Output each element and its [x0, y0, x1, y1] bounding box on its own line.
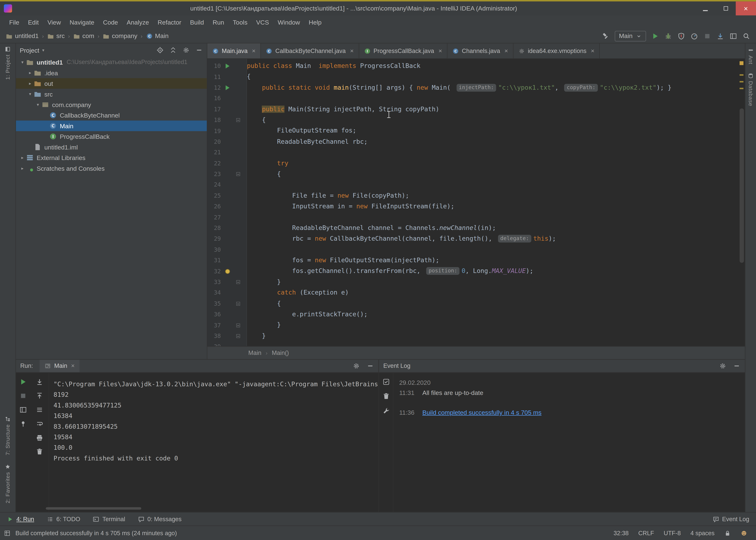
- code-line-19[interactable]: 19 FileOutputStream fos;: [207, 125, 745, 136]
- menu-build[interactable]: Build: [186, 17, 208, 27]
- editor-scrollbar[interactable]: [740, 108, 744, 263]
- layout-button[interactable]: [729, 32, 737, 40]
- fold-marker-icon[interactable]: [236, 302, 240, 306]
- warning-mark[interactable]: [740, 81, 743, 82]
- down-stack-icon[interactable]: [36, 378, 43, 386]
- editor-tab-callbackbytechannel-java[interactable]: CCallbackByteChannel.java×: [261, 43, 359, 58]
- code-line-39[interactable]: 39: [207, 341, 745, 346]
- fold-marker-icon[interactable]: [236, 118, 240, 122]
- toolwindow-button-terminal[interactable]: Terminal: [93, 516, 125, 522]
- mark-notifications-read-icon[interactable]: [382, 378, 390, 386]
- code-line-16[interactable]: 16: [207, 93, 745, 104]
- tree-expand-arrow[interactable]: ▾: [27, 91, 34, 96]
- line-separator[interactable]: CRLF: [638, 530, 654, 536]
- fold-marker-icon[interactable]: [236, 323, 240, 327]
- run-console-output[interactable]: "C:\Program Files\Java\jdk-13.0.2\bin\ja…: [51, 373, 378, 512]
- hide-event-log-icon[interactable]: [733, 362, 741, 370]
- pin-tab-button[interactable]: [19, 420, 27, 428]
- tree-item-out[interactable]: ▸out: [16, 78, 207, 88]
- warning-mark[interactable]: [740, 88, 743, 89]
- breadcrumb-item-untitled1[interactable]: untitled1: [6, 32, 39, 40]
- maximize-button[interactable]: [715, 1, 736, 16]
- toolwindow-switcher-icon[interactable]: [4, 530, 11, 536]
- menu-file[interactable]: File: [5, 17, 24, 27]
- menu-navigate[interactable]: Navigate: [65, 17, 98, 27]
- print-console-icon[interactable]: [36, 434, 43, 442]
- tree-item-scratches-and-consoles[interactable]: ▸ath d="M1.5 3.8h4.9l1.3 1.7h6.8v8.2H1.5…: [16, 163, 207, 174]
- readonly-lock-icon[interactable]: [724, 530, 731, 536]
- tab-close-icon[interactable]: ×: [591, 47, 594, 55]
- run-config-select[interactable]: Main: [615, 31, 646, 41]
- code-line-11[interactable]: 11{: [207, 71, 745, 82]
- code-line-24[interactable]: 24: [207, 180, 745, 190]
- stop-button[interactable]: [703, 32, 711, 40]
- event-log-gear-icon[interactable]: [719, 362, 727, 370]
- hector-inspector-icon[interactable]: [740, 530, 747, 536]
- breadcrumb-item-com[interactable]: com: [73, 32, 94, 40]
- coverage-button[interactable]: [677, 32, 685, 40]
- code-line-37[interactable]: 37 }: [207, 320, 745, 331]
- tree-item-untitled1[interactable]: ▾untitled1C:\Users\Кандратьева\IdeaProje…: [16, 57, 207, 68]
- menu-window[interactable]: Window: [273, 17, 304, 27]
- toolwindow-button-4-run[interactable]: 4: Run: [7, 516, 34, 522]
- tree-item-progresscallback[interactable]: IProgressCallBack: [16, 131, 207, 142]
- code-line-28[interactable]: 28 ReadableByteChannel channel = Channel…: [207, 223, 745, 233]
- vcs-update-button[interactable]: [716, 32, 724, 40]
- code-line-38[interactable]: 38 }: [207, 331, 745, 341]
- clear-notifications-icon[interactable]: [382, 393, 390, 400]
- tree-expand-arrow[interactable]: ▸: [27, 70, 34, 75]
- event-link[interactable]: Build completed successfully in 4 s 705 …: [422, 409, 542, 416]
- collapse-all-icon[interactable]: [169, 46, 177, 54]
- menu-help[interactable]: Help: [304, 17, 326, 27]
- menu-edit[interactable]: Edit: [24, 17, 43, 27]
- code-line-18[interactable]: 18 {: [207, 115, 745, 125]
- tree-item-external-libraries[interactable]: ▸External Libraries: [16, 152, 207, 163]
- breadcrumb-item-src[interactable]: src: [47, 32, 65, 40]
- project-panel-title[interactable]: Project: [20, 47, 39, 54]
- menu-run[interactable]: Run: [208, 17, 228, 27]
- fold-marker-icon[interactable]: [236, 334, 240, 338]
- tree-item--idea[interactable]: ▸.idea: [16, 68, 207, 78]
- toolwindow-button-project[interactable]: 1: Project: [5, 46, 11, 80]
- code-line-27[interactable]: 27: [207, 212, 745, 222]
- error-stripe[interactable]: [738, 59, 745, 346]
- menu-analyze[interactable]: Analyze: [122, 17, 153, 27]
- code-line-23[interactable]: 23 {: [207, 169, 745, 179]
- code-line-25[interactable]: 25 File file = new File(copyPath);: [207, 190, 745, 201]
- editor-tab-idea64-exe-vmoptions[interactable]: idea64.exe.vmoptions×: [513, 43, 600, 58]
- tab-close-icon[interactable]: ×: [252, 47, 256, 55]
- status-message[interactable]: Build completed successfully in 4 s 705 …: [16, 530, 177, 536]
- run-settings-gear-icon[interactable]: [352, 362, 360, 370]
- toolwindow-button-favorites[interactable]: 2: Favorites: [5, 464, 11, 503]
- toolwindow-button-ant[interactable]: Ant: [748, 47, 754, 65]
- up-stack-icon[interactable]: [36, 392, 43, 400]
- breadcrumb-item-company[interactable]: company: [103, 32, 137, 40]
- code-line-30[interactable]: 30: [207, 244, 745, 255]
- breadcrumb-method[interactable]: Main(): [272, 349, 289, 356]
- tree-item-untitled1-iml[interactable]: untitled1.iml: [16, 142, 207, 152]
- code-line-22[interactable]: 22 try: [207, 158, 745, 169]
- tree-item-com-company[interactable]: ▾com.company: [16, 99, 207, 110]
- hide-run-panel-icon[interactable]: [366, 362, 374, 370]
- stop-console-button[interactable]: [19, 392, 27, 400]
- console-horizontal-scrollbar[interactable]: [46, 507, 141, 509]
- menu-view[interactable]: View: [43, 17, 65, 27]
- code-line-10[interactable]: 10public class Main implements ProgressC…: [207, 61, 745, 71]
- code-line-33[interactable]: 33 }: [207, 277, 745, 287]
- menu-code[interactable]: Code: [99, 17, 122, 27]
- caret-position[interactable]: 32:38: [613, 530, 629, 536]
- event-log-settings-icon[interactable]: [382, 407, 390, 415]
- tree-item-src[interactable]: ▾src: [16, 89, 207, 99]
- chevron-down-icon[interactable]: ▾: [42, 48, 44, 53]
- tab-close-icon[interactable]: ×: [439, 47, 442, 55]
- code-line-35[interactable]: 35 {: [207, 298, 745, 309]
- tree-item-main[interactable]: CMain: [16, 120, 207, 131]
- code-line-26[interactable]: 26 InputStream in = new FileInputStream(…: [207, 201, 745, 212]
- tree-expand-arrow[interactable]: ▾: [34, 102, 41, 107]
- hide-project-panel-icon[interactable]: [195, 46, 203, 54]
- fold-marker-icon[interactable]: [236, 280, 240, 284]
- run-button[interactable]: [651, 32, 659, 40]
- profiler-button[interactable]: [691, 32, 698, 40]
- project-settings-gear-icon[interactable]: [182, 46, 190, 54]
- tree-expand-arrow[interactable]: ▸: [27, 81, 34, 86]
